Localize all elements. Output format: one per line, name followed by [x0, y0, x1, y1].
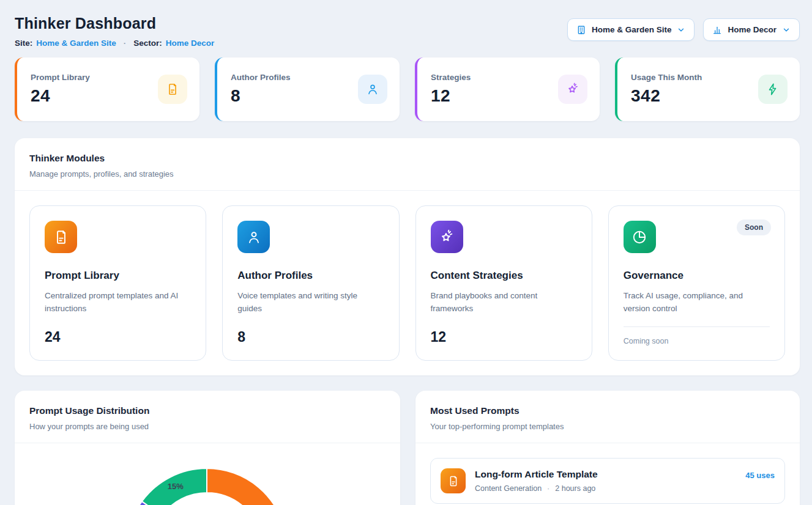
stats-row: Prompt Library 24 Author Profiles 8 Stra… [15, 57, 800, 121]
sector-selector-dropdown[interactable]: Home Decor [703, 18, 800, 41]
pie-chart-icon [624, 221, 656, 253]
site-selector-dropdown[interactable]: Home & Garden Site [567, 18, 695, 41]
stat-label: Usage This Month [631, 73, 702, 82]
sparkle-star-icon [558, 75, 587, 104]
stat-value: 8 [231, 86, 291, 106]
module-card-content-strategies[interactable]: Content Strategies Brand playbooks and c… [415, 205, 592, 361]
soon-badge: Soon [737, 219, 771, 235]
prompt-category: Content Generation [475, 484, 542, 493]
document-icon [441, 468, 466, 493]
header-titles: Thinker Dashboard Site: Home & Garden Si… [15, 15, 214, 48]
page-header: Thinker Dashboard Site: Home & Garden Si… [15, 15, 800, 48]
module-title: Content Strategies [431, 270, 577, 282]
separator-dot: · [547, 484, 549, 493]
modules-section-subtitle: Manage prompts, profiles, and strategies [29, 169, 785, 179]
stat-label: Author Profiles [231, 73, 291, 82]
prompts-card-header: Most Used Prompts Your top-performing pr… [415, 391, 800, 443]
lightning-icon [758, 75, 788, 104]
prompts-list: Long-form Article Template Content Gener… [415, 443, 800, 505]
donut-slice-label: 15% [168, 482, 184, 491]
site-label: Site: [15, 39, 32, 48]
site-selector-label: Home & Garden Site [592, 25, 672, 34]
module-count: 12 [431, 329, 577, 345]
module-description: Track AI usage, compliance, and version … [624, 290, 770, 315]
most-used-prompts-card: Most Used Prompts Your top-performing pr… [415, 391, 800, 505]
module-description: Centralized prompt templates and AI inst… [45, 290, 191, 315]
prompt-uses-badge: 45 uses [745, 471, 775, 480]
stat-card-author-profiles: Author Profiles 8 [215, 57, 400, 121]
prompts-card-subtitle: Your top-performing prompt templates [430, 422, 785, 431]
chevron-down-icon [782, 26, 791, 34]
person-icon [237, 221, 270, 253]
prompt-list-item[interactable]: Long-form Article Template Content Gener… [430, 458, 785, 504]
module-card-governance[interactable]: Soon Governance Track AI usage, complian… [608, 205, 785, 361]
prompts-card-title: Most Used Prompts [430, 405, 785, 416]
dashboard-page: Thinker Dashboard Site: Home & Garden Si… [0, 0, 812, 505]
site-link[interactable]: Home & Garden Site [36, 39, 116, 48]
module-count: 8 [237, 329, 384, 345]
person-icon [358, 75, 387, 104]
bottom-row: Prompt Usage Distribution How your promp… [15, 391, 800, 505]
stat-label: Strategies [431, 73, 471, 82]
page-title: Thinker Dashboard [15, 15, 214, 32]
prompt-title: Long-form Article Template [475, 469, 736, 480]
document-icon [45, 221, 77, 253]
stat-label: Prompt Library [31, 73, 90, 82]
sparkle-star-icon [431, 221, 463, 253]
module-title: Governance [624, 270, 770, 282]
modules-section-header: Thinker Modules Manage prompts, profiles… [15, 138, 800, 191]
usage-card-subtitle: How your prompts are being used [29, 422, 386, 431]
chevron-down-icon [677, 26, 685, 34]
stat-card-prompt-library: Prompt Library 24 [15, 57, 199, 121]
modules-section-title: Thinker Modules [29, 153, 785, 164]
bar-chart-icon [712, 25, 722, 35]
module-title: Author Profiles [237, 270, 384, 282]
donut-slice [207, 468, 287, 505]
stat-value: 24 [31, 86, 90, 106]
stat-value: 342 [631, 86, 702, 106]
usage-card-title: Prompt Usage Distribution [29, 405, 386, 416]
module-card-author-profiles[interactable]: Author Profiles Voice templates and writ… [222, 205, 399, 361]
prompt-time: 2 hours ago [555, 484, 595, 493]
donut-chart: 15% [15, 443, 400, 505]
usage-card-header: Prompt Usage Distribution How your promp… [15, 391, 400, 443]
breadcrumb: Site: Home & Garden Site · Sector: Home … [15, 39, 214, 48]
thinker-modules-section: Thinker Modules Manage prompts, profiles… [15, 138, 800, 375]
document-icon [158, 75, 187, 104]
module-title: Prompt Library [45, 270, 191, 282]
module-count: 24 [45, 329, 191, 345]
separator-dot: · [120, 39, 130, 48]
sector-selector-label: Home Decor [728, 25, 777, 34]
sector-link[interactable]: Home Decor [166, 39, 215, 48]
modules-grid: Prompt Library Centralized prompt templa… [15, 191, 800, 375]
building-icon [576, 25, 586, 35]
prompt-usage-card: Prompt Usage Distribution How your promp… [15, 391, 400, 505]
sector-label: Sector: [133, 39, 162, 48]
module-card-prompt-library[interactable]: Prompt Library Centralized prompt templa… [29, 205, 206, 361]
stat-card-usage: Usage This Month 342 [615, 57, 800, 121]
donut-chart-svg: 15% [15, 443, 400, 505]
stat-value: 12 [431, 86, 471, 106]
module-description: Voice templates and writing style guides [237, 290, 384, 315]
header-actions: Home & Garden Site Home Decor [567, 18, 800, 41]
prompt-meta: Content Generation · 2 hours ago [475, 484, 736, 493]
module-description: Brand playbooks and content frameworks [431, 290, 577, 315]
stat-card-strategies: Strategies 12 [415, 57, 600, 121]
coming-soon-text: Coming soon [624, 327, 770, 345]
